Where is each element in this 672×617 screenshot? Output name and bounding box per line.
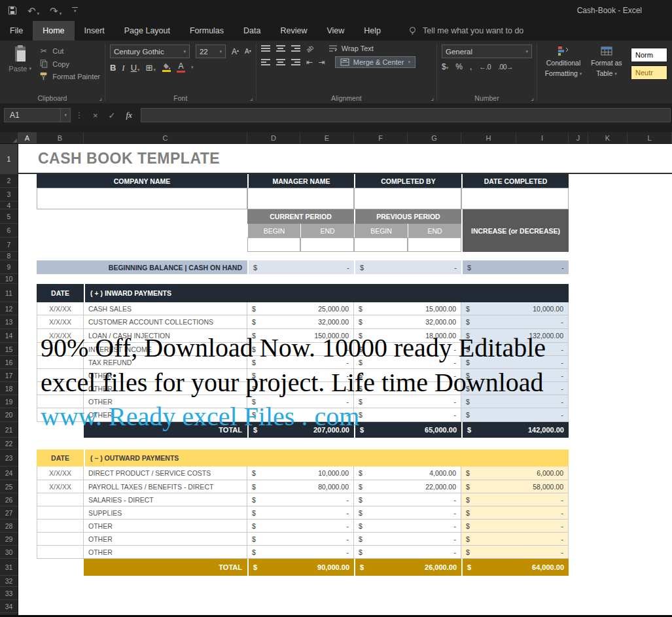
outward-row-previous-amount[interactable]: $- xyxy=(354,520,461,533)
inward-row-current-amount[interactable]: $150,000.00 xyxy=(247,329,354,343)
outward-row-current-amount[interactable]: $- xyxy=(247,506,354,520)
row-header-28[interactable]: 28 xyxy=(0,520,18,533)
row-header-14[interactable]: 14 xyxy=(0,329,18,343)
outward-row-current-amount[interactable]: $- xyxy=(247,493,354,506)
inward-row-increase-amount[interactable]: $132,000.00 xyxy=(461,329,569,343)
format-painter-button[interactable]: Format Painter xyxy=(39,72,100,80)
font-color-button[interactable]: A xyxy=(177,62,185,73)
inward-row-date-cell[interactable] xyxy=(37,408,84,422)
column-header-J[interactable]: J xyxy=(569,132,588,144)
beginning-balance-label[interactable]: BEGINNING BALANCE | CASH ON HAND xyxy=(37,260,247,274)
tab-page-layout[interactable]: Page Layout xyxy=(115,21,180,41)
inward-row-previous-amount[interactable]: $18,000.00 xyxy=(354,329,461,343)
copy-button[interactable]: Copy xyxy=(39,60,100,68)
outward-row-increase-amount[interactable]: $- xyxy=(461,533,569,546)
tab-data[interactable]: Data xyxy=(234,21,270,41)
outward-row-increase-amount[interactable]: $- xyxy=(461,520,569,533)
row-header-33[interactable]: 33 xyxy=(0,587,18,600)
outward-total-current[interactable]: $90,000.00 xyxy=(247,559,354,576)
beginning-balance-previous[interactable]: $- xyxy=(354,260,461,274)
outward-row-previous-amount[interactable]: $- xyxy=(354,533,461,546)
align-right-icon[interactable] xyxy=(291,59,300,65)
column-header-K[interactable]: K xyxy=(588,132,628,144)
outward-row-current-amount[interactable]: $80,000.00 xyxy=(247,480,354,493)
outward-row-description-cell[interactable]: PAYROLL TAXES / BENEFITS - DIRECT xyxy=(84,480,247,493)
inward-total-current[interactable]: $207,000.00 xyxy=(247,422,354,438)
row-header-15[interactable]: 15 xyxy=(0,343,18,356)
current-begin-input-cell[interactable] xyxy=(247,238,300,252)
manager-name-input-cell[interactable] xyxy=(247,188,354,209)
row-header-8[interactable]: 8 xyxy=(0,252,18,260)
align-bottom-icon[interactable] xyxy=(291,45,300,52)
inward-row-current-amount[interactable]: $- xyxy=(247,369,354,382)
outward-row-description-cell[interactable]: OTHER xyxy=(84,546,247,559)
inward-row-increase-amount[interactable]: $- xyxy=(461,408,569,422)
row-header-18[interactable]: 18 xyxy=(0,382,18,395)
decrease-decimal-button[interactable]: .00→ xyxy=(498,63,513,71)
borders-button[interactable]: ⊞▾ xyxy=(146,63,156,72)
accounting-format-button[interactable]: $▾ xyxy=(442,62,448,71)
conditional-formatting-button[interactable]: Conditional Formatting▾ xyxy=(542,44,585,92)
row-header-31[interactable]: 31 xyxy=(0,559,18,576)
inward-row-increase-amount[interactable]: $- xyxy=(461,356,569,369)
outward-row-description-cell[interactable]: DIRECT PRODUCT / SERVICE COSTS xyxy=(84,467,247,480)
outward-total-increase[interactable]: $64,000.00 xyxy=(461,559,569,576)
percent-style-button[interactable]: % xyxy=(455,62,463,71)
row-header-7[interactable]: 7 xyxy=(0,238,18,252)
outward-row-increase-amount[interactable]: $- xyxy=(461,546,569,559)
column-header-H[interactable]: H xyxy=(461,132,516,144)
outward-row-description-cell[interactable]: OTHER xyxy=(84,520,247,533)
beginning-balance-increase[interactable]: $- xyxy=(461,260,569,274)
outward-row-date-cell[interactable] xyxy=(37,520,84,533)
inward-row-description-cell[interactable]: OTHER xyxy=(84,395,247,408)
outward-row-increase-amount[interactable]: $58,000.00 xyxy=(461,480,569,493)
tab-review[interactable]: Review xyxy=(270,21,317,41)
row-header-29[interactable]: 29 xyxy=(0,533,18,546)
inward-row-current-amount[interactable]: $- xyxy=(247,382,354,395)
inward-total-increase[interactable]: $142,000.00 xyxy=(461,422,569,438)
outward-row-date-cell[interactable] xyxy=(37,546,84,559)
column-header-I[interactable]: I xyxy=(516,132,569,144)
inward-row-date-cell[interactable] xyxy=(37,382,84,395)
date-completed-input-cell[interactable] xyxy=(461,188,569,209)
previous-period-header[interactable]: PREVIOUS PERIOD xyxy=(354,209,461,224)
company-name-input-cell[interactable] xyxy=(37,188,247,209)
cancel-button[interactable]: × xyxy=(88,111,103,120)
outward-row-date-cell[interactable] xyxy=(37,506,84,520)
row-header-32[interactable]: 32 xyxy=(0,576,18,587)
completed-by-input-cell[interactable] xyxy=(354,188,461,209)
outward-row-increase-amount[interactable]: $- xyxy=(461,506,569,520)
row-header-27[interactable]: 27 xyxy=(0,506,18,520)
inward-row-description-cell[interactable]: INTEREST INCOME xyxy=(84,343,247,356)
outward-row-description-cell[interactable]: OTHER xyxy=(84,533,247,546)
inward-row-current-amount[interactable]: $25,000.00 xyxy=(247,302,354,315)
inward-row-date-cell[interactable] xyxy=(37,395,84,408)
inward-row-current-amount[interactable]: $32,000.00 xyxy=(247,315,354,329)
inward-row-date-cell[interactable]: X/X/XX xyxy=(37,329,84,343)
outward-row-date-cell[interactable]: X/X/XX xyxy=(37,480,84,493)
inward-row-previous-amount[interactable]: $32,000.00 xyxy=(354,315,461,329)
select-all-button[interactable]: ◢ xyxy=(0,132,18,144)
inward-row-current-amount[interactable]: $- xyxy=(247,343,354,356)
inward-row-description-cell[interactable]: CASH SALES xyxy=(84,302,247,315)
decrease-indent-button[interactable]: ⇤ xyxy=(306,58,313,66)
outward-date-header[interactable]: DATE xyxy=(37,450,84,467)
sheet-title-cell[interactable]: CASH BOOK TEMPLATE xyxy=(18,144,672,174)
previous-begin-header[interactable]: BEGIN xyxy=(354,224,408,238)
row-header-1[interactable]: 1 xyxy=(0,144,18,174)
cell-style-neutr[interactable]: Neutr xyxy=(631,65,667,80)
inward-row-current-amount[interactable]: $- xyxy=(247,395,354,408)
previous-end-input-cell[interactable] xyxy=(408,238,461,252)
row-header-9[interactable]: 9 xyxy=(0,260,18,274)
outward-row-increase-amount[interactable]: $6,000.00 xyxy=(461,467,569,480)
row-header-2[interactable]: 2 xyxy=(0,174,18,188)
column-header-F[interactable]: F xyxy=(354,132,408,144)
clipboard-dialog-launcher[interactable]: ⌟ xyxy=(99,94,102,101)
column-header-G[interactable]: G xyxy=(408,132,461,144)
row-header-19[interactable]: 19 xyxy=(0,395,18,408)
inward-row-previous-amount[interactable]: $- xyxy=(354,343,461,356)
outward-row-previous-amount[interactable]: $- xyxy=(354,493,461,506)
tell-me-box[interactable]: Tell me what you want to do xyxy=(408,21,523,41)
increase-decrease-header[interactable]: INCREASE (or DECREASE) xyxy=(461,209,569,252)
inward-row-increase-amount[interactable]: $- xyxy=(461,343,569,356)
